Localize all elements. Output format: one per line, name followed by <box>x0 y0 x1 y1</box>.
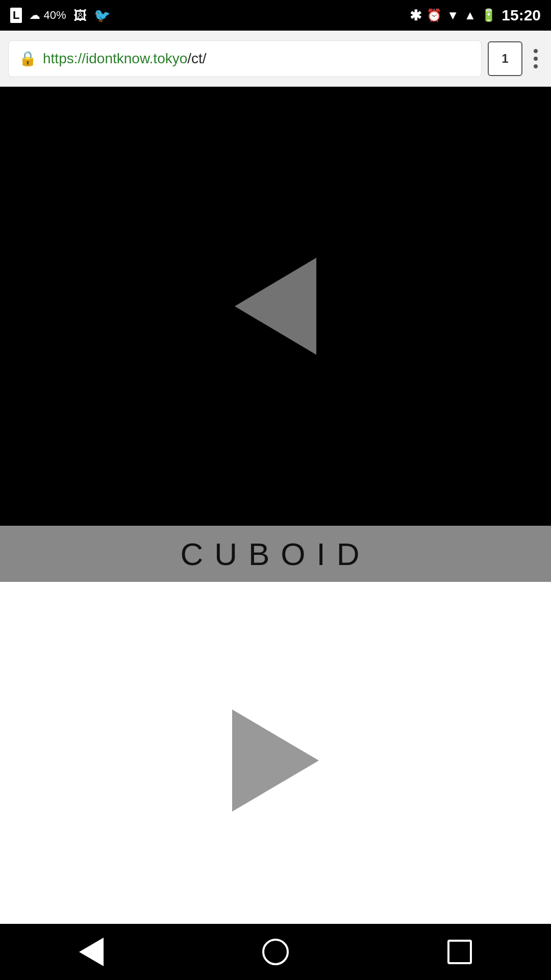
address-bar[interactable]: 🔒 https://idontknow.tokyo/ct/ <box>8 40 482 77</box>
status-bar-left: L ☁ 40% 🖼 🐦 <box>10 8 110 23</box>
nav-bar <box>0 924 551 980</box>
home-button[interactable] <box>262 939 289 965</box>
weather-icon: ☁ 40% <box>29 9 66 22</box>
title-text: CUBOID <box>180 536 370 572</box>
bluetooth-icon: ✱ <box>410 7 421 24</box>
browser-bar: 🔒 https://idontknow.tokyo/ct/ 1 <box>0 31 551 87</box>
recents-button[interactable] <box>447 940 472 964</box>
alarm-icon: ⏰ <box>427 8 442 22</box>
status-bar-right: ✱ ⏰ ▼ ▲ 🔋 15:20 <box>410 7 541 24</box>
back-button[interactable] <box>79 938 104 966</box>
home-icon <box>262 939 289 965</box>
tab-count: 1 <box>502 52 508 66</box>
back-icon <box>79 938 104 966</box>
battery-icon: 🔋 <box>481 8 496 22</box>
url-path: /ct/ <box>187 51 206 66</box>
menu-dot-2 <box>534 57 538 61</box>
content-area[interactable] <box>0 582 551 939</box>
signal-icon: ▲ <box>464 8 477 22</box>
wifi-icon: ▼ <box>447 8 459 22</box>
rewind-icon <box>235 258 316 355</box>
status-bar: L ☁ 40% 🖼 🐦 ✱ ⏰ ▼ ▲ 🔋 15:20 <box>0 0 551 31</box>
url-display: https://idontknow.tokyo/ct/ <box>43 51 207 67</box>
recents-icon <box>447 940 472 964</box>
menu-button[interactable] <box>529 44 543 74</box>
url-host: idontknow.tokyo <box>86 51 187 66</box>
play-icon <box>232 709 319 812</box>
menu-dot-3 <box>534 64 538 68</box>
url-prefix: https:// <box>43 51 86 66</box>
video-area[interactable] <box>0 87 551 526</box>
lock-icon: 🔒 <box>19 50 37 67</box>
limia-icon: L <box>10 8 22 23</box>
twitter-icon: 🐦 <box>94 8 110 23</box>
title-banner: CUBOID <box>0 526 551 582</box>
menu-dot-1 <box>534 49 538 53</box>
photos-icon: 🖼 <box>73 8 87 23</box>
tab-button[interactable]: 1 <box>488 41 522 76</box>
time-display: 15:20 <box>502 7 541 24</box>
